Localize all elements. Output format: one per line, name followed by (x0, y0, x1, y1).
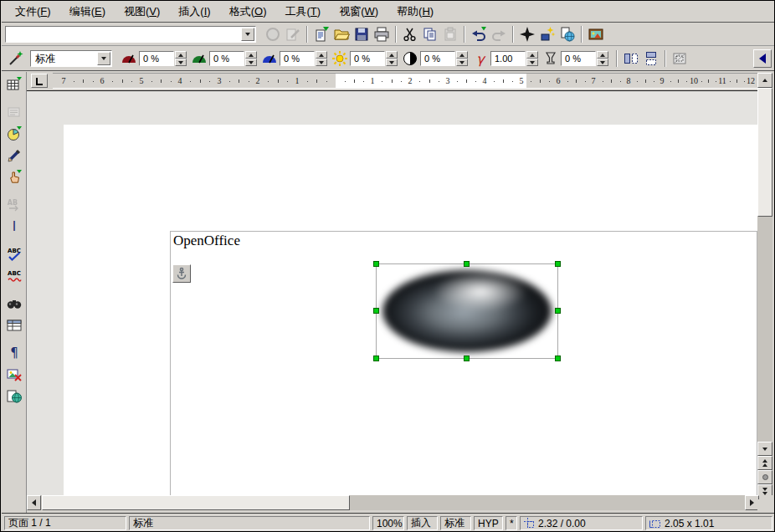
auto-spellcheck-button[interactable]: ABC (4, 266, 24, 286)
spin-down-button[interactable] (597, 59, 608, 66)
spin-up-button[interactable] (526, 51, 538, 59)
selection-handle-sw[interactable] (373, 356, 379, 361)
url-combobox-dropdown-button[interactable] (241, 28, 254, 41)
filter-style-value[interactable]: 标准 (31, 52, 96, 66)
selection-handle-nw[interactable] (373, 261, 379, 267)
status-zoom-field[interactable]: 100% (372, 516, 404, 530)
spin-up-button[interactable] (316, 51, 327, 59)
graphics-on-off-button[interactable] (4, 365, 24, 385)
selected-graphic-object[interactable] (377, 264, 557, 358)
spin-up-button[interactable] (245, 51, 257, 59)
vertical-scrollbar[interactable] (757, 73, 772, 499)
formatting-marks-button[interactable]: ¶ (4, 343, 24, 363)
status-page-field[interactable]: 页面 1 / 1 (4, 516, 126, 530)
selection-handle-ne[interactable] (555, 261, 561, 267)
red-value[interactable]: 0 % (139, 51, 174, 66)
scroll-left-button[interactable] (27, 495, 41, 510)
new-document-button[interactable] (311, 24, 331, 44)
horizontal-ruler[interactable]: 7654321123456789101112 (53, 73, 759, 89)
direct-cursor-button[interactable]: I (4, 217, 24, 237)
status-position-field[interactable]: 2.32 / 0.00 (520, 516, 643, 530)
brightness-value[interactable]: 0 % (350, 51, 385, 66)
status-size-field[interactable]: 2.05 x 1.01 (645, 516, 772, 530)
undo-button[interactable] (469, 24, 489, 44)
tab-stop-type-selector[interactable] (31, 74, 48, 88)
selection-handle-e[interactable] (555, 308, 561, 314)
menu-item-2[interactable]: 视图(V) (115, 2, 168, 22)
text-frame[interactable]: OpenOffice (170, 231, 757, 495)
status-selection-mode-field[interactable]: 标准 (440, 516, 471, 530)
online-layout-button[interactable] (4, 386, 24, 407)
spin-down-button[interactable] (456, 59, 468, 66)
find-replace-button[interactable] (4, 294, 24, 314)
menu-item-0[interactable]: 文件(F) (7, 2, 59, 22)
selection-handle-w[interactable] (373, 308, 379, 314)
green-spinfield[interactable]: 0 % (209, 51, 257, 66)
flip-vertical-button[interactable] (641, 49, 661, 69)
menu-item-6[interactable]: 视窗(W) (331, 2, 387, 22)
copy-button[interactable] (420, 24, 440, 44)
menu-item-7[interactable]: 帮助(H) (388, 2, 442, 22)
status-template-field[interactable]: 标准 (129, 516, 370, 530)
contrast-value[interactable]: 0 % (420, 51, 455, 66)
selection-handle-n[interactable] (464, 261, 470, 267)
spin-down-button[interactable] (386, 59, 398, 66)
insert-table-button[interactable] (4, 74, 24, 95)
gallery-button[interactable] (537, 24, 557, 44)
menu-item-4[interactable]: 格式(O) (221, 2, 275, 22)
graphics-attributes-button[interactable] (670, 49, 690, 69)
url-combobox[interactable] (5, 26, 256, 43)
status-modified-field[interactable]: * (506, 516, 517, 530)
previous-page-button[interactable] (757, 456, 772, 470)
green-value[interactable]: 0 % (209, 51, 244, 66)
scroll-up-button[interactable] (757, 73, 772, 88)
insert-chart-button[interactable] (4, 124, 24, 144)
menu-item-3[interactable]: 插入(I) (170, 2, 218, 22)
transparency-spinfield[interactable]: 0 % (561, 51, 608, 66)
spin-up-button[interactable] (175, 51, 187, 59)
hyperlink-dialog-button[interactable] (557, 24, 577, 44)
document-page[interactable]: OpenOffice (64, 125, 757, 495)
horizontal-scrollbar[interactable] (27, 495, 759, 510)
horizontal-scrollbar-thumb[interactable] (42, 495, 350, 510)
cut-button[interactable] (400, 24, 420, 44)
scroll-down-button[interactable] (757, 442, 772, 456)
menu-item-1[interactable]: 编辑(E) (61, 2, 114, 22)
gamma-value[interactable]: 1.00 (490, 51, 526, 66)
spin-up-button[interactable] (386, 51, 398, 59)
filter-style-dropdown-button[interactable] (97, 52, 110, 65)
draw-functions-button[interactable] (4, 146, 24, 166)
spellcheck-button[interactable]: ABC (4, 244, 24, 264)
spin-down-button[interactable] (175, 59, 187, 66)
menu-item-5[interactable]: 工具(T) (276, 2, 329, 22)
data-sources-button[interactable] (4, 315, 24, 335)
contrast-spinfield[interactable]: 0 % (420, 51, 468, 66)
brightness-spinfield[interactable]: 0 % (350, 51, 398, 66)
spin-down-button[interactable] (526, 59, 538, 66)
selection-handle-s[interactable] (464, 356, 470, 361)
transparency-value[interactable]: 0 % (561, 51, 596, 66)
selection-handle-se[interactable] (555, 356, 561, 361)
filter-style-combobox[interactable]: 标准 (30, 50, 112, 67)
spin-down-button[interactable] (245, 59, 257, 66)
save-document-button[interactable] (352, 24, 372, 44)
open-document-button[interactable] (331, 24, 352, 44)
status-hyperlink-mode-field[interactable]: HYP (474, 516, 503, 530)
hide-toolbar-button[interactable] (753, 49, 772, 68)
spin-up-button[interactable] (456, 51, 468, 59)
anchor-marker[interactable] (172, 264, 191, 283)
spin-up-button[interactable] (597, 51, 608, 59)
blue-value[interactable]: 0 % (280, 51, 315, 66)
navigator-button[interactable] (517, 24, 537, 44)
status-insert-mode-field[interactable]: 插入 (407, 516, 438, 530)
navigation-dot-button[interactable] (757, 470, 772, 484)
graphics-filter-button[interactable] (5, 49, 25, 69)
blue-spinfield[interactable]: 0 % (280, 51, 327, 66)
red-spinfield[interactable]: 0 % (139, 51, 187, 66)
print-button[interactable] (372, 24, 392, 44)
spin-down-button[interactable] (316, 59, 327, 66)
insert-graphics-button[interactable] (586, 24, 606, 44)
vertical-scrollbar-thumb[interactable] (757, 88, 772, 217)
gamma-spinfield[interactable]: 1.00 (490, 51, 538, 66)
flip-horizontal-button[interactable] (621, 49, 641, 69)
